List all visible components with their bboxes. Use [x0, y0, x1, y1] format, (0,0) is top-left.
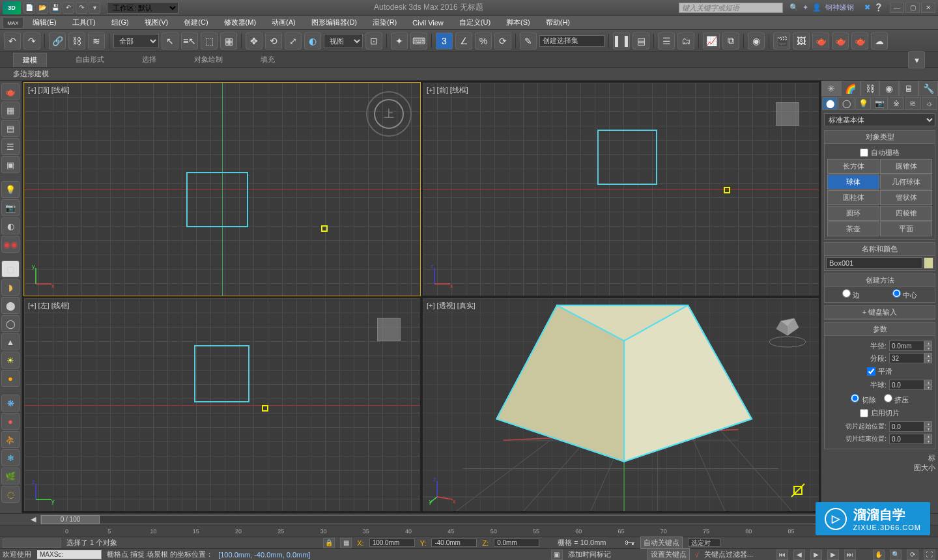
coord-y-input[interactable]: [431, 539, 477, 547]
ribbon-minimize-icon[interactable]: ▾: [908, 51, 925, 68]
sun-icon[interactable]: ☀: [1, 352, 20, 369]
creation-center-radio[interactable]: 中心: [892, 289, 917, 300]
objbtn-pyramid[interactable]: 四棱锥: [880, 206, 932, 221]
objbtn-cylinder[interactable]: 圆柱体: [827, 190, 879, 205]
radius-dn-icon[interactable]: ▾: [924, 346, 932, 351]
objbtn-geosphere[interactable]: 几何球体: [880, 175, 932, 189]
geom-subtab-icon[interactable]: ⬤: [822, 97, 838, 110]
layer-manager-icon[interactable]: ☰: [658, 33, 675, 49]
render-production-icon[interactable]: 🫖: [812, 33, 829, 49]
objbtn-cone[interactable]: 圆锥体: [880, 159, 932, 174]
schematic-view-icon[interactable]: ⧉: [722, 33, 739, 49]
search-go-icon[interactable]: 🔍: [789, 3, 799, 12]
menu-edit[interactable]: 编辑(E): [26, 16, 63, 29]
vp-top-label[interactable]: [+] [顶] [线框]: [28, 85, 70, 95]
keyfilter-button[interactable]: 关键点过滤器...: [704, 550, 753, 559]
open-file-icon[interactable]: 📂: [36, 2, 48, 14]
hemisphere-spinner[interactable]: [889, 380, 924, 390]
category-select[interactable]: 标准基本体: [824, 113, 935, 126]
spinner-snap-icon[interactable]: ⟳: [494, 33, 511, 49]
viewcube-front[interactable]: [761, 88, 814, 140]
rollout-header-keyboard[interactable]: + 键盘输入: [825, 306, 935, 319]
menu-animation[interactable]: 动画(A): [265, 16, 302, 29]
rollout-header-creation[interactable]: 创建方法: [825, 274, 935, 287]
sphere-primitive-icon[interactable]: ⬤: [1, 297, 20, 314]
shapes-subtab-icon[interactable]: ◯: [838, 97, 854, 110]
rollout-header-objtype[interactable]: 对象类型: [825, 131, 935, 144]
viewcube-top[interactable]: 上: [363, 88, 415, 140]
menu-views[interactable]: 视图(V): [138, 16, 175, 29]
menu-rendering[interactable]: 渲染(R): [366, 16, 403, 29]
viewport-perspective[interactable]: [+] [透视] [真实] zxy: [422, 298, 819, 512]
time-slider[interactable]: ◀ 0 / 100 ▶: [0, 513, 938, 525]
coord-z-input[interactable]: [494, 539, 539, 547]
selection-filter-select[interactable]: 全部: [113, 34, 159, 48]
undo-icon[interactable]: ↶: [63, 2, 74, 14]
playback-start-icon[interactable]: ⏮: [776, 550, 788, 560]
radius-spinner[interactable]: [889, 341, 924, 351]
time-slider-track[interactable]: 0 / 100: [40, 515, 898, 524]
biped-icon[interactable]: ⛹: [1, 431, 20, 448]
modify-tab-icon[interactable]: 🌈: [841, 81, 860, 96]
slice-from-spinner[interactable]: [889, 421, 924, 432]
percent-snap-icon[interactable]: %: [475, 33, 492, 49]
snow-icon[interactable]: ❄: [1, 449, 20, 466]
slice-on-checkbox[interactable]: [860, 409, 868, 417]
particle-icon[interactable]: ❋: [1, 395, 20, 412]
minimize-button[interactable]: ―: [890, 3, 904, 13]
tool-icon-6[interactable]: ◐: [1, 217, 20, 234]
slice-to-spinner[interactable]: [889, 434, 924, 444]
app-menu-button[interactable]: MAX: [3, 17, 23, 29]
render-iterative-icon[interactable]: 🫖: [832, 33, 849, 49]
chop-radio[interactable]: 切除: [851, 394, 875, 405]
objbtn-tube[interactable]: 管状体: [880, 190, 932, 205]
ribbon-tab-modeling[interactable]: 建模: [13, 53, 47, 67]
prev-frame-icon[interactable]: ◀: [26, 515, 40, 524]
ribbon-tab-populate[interactable]: 填充: [251, 53, 284, 66]
nav-max-icon[interactable]: ⛶: [924, 550, 935, 560]
menu-maxscript[interactable]: 脚本(S): [500, 16, 537, 29]
teapot-shortcut-icon[interactable]: 🫖: [1, 83, 20, 100]
menu-group[interactable]: 组(G): [105, 16, 135, 29]
objbtn-teapot[interactable]: 茶壶: [827, 221, 879, 236]
nav-orbit-icon[interactable]: ⟳: [907, 550, 918, 560]
keyboard-shortcut-icon[interactable]: ⌨: [410, 33, 427, 49]
utilities-tab-icon[interactable]: 🔧: [918, 81, 938, 96]
vp-persp-label[interactable]: [+] [透视] [真实]: [427, 301, 476, 311]
manipulate-icon[interactable]: ✦: [391, 33, 408, 49]
help-icon[interactable]: ❔: [874, 3, 883, 12]
pivot-center-icon[interactable]: ⊡: [365, 33, 382, 49]
seg-dn-icon[interactable]: ▾: [924, 358, 932, 363]
object-color-swatch[interactable]: [924, 257, 933, 269]
named-sel-sets-input[interactable]: [539, 35, 604, 47]
maxscript-listener[interactable]: [36, 550, 102, 559]
rotate-icon[interactable]: ⟲: [265, 33, 282, 49]
sphere-orange-icon[interactable]: ●: [1, 370, 20, 387]
playback-prev-icon[interactable]: ◀: [793, 550, 805, 560]
menu-tools[interactable]: 工具(T): [66, 16, 102, 29]
seg-up-icon[interactable]: ▴: [924, 353, 932, 358]
maximize-button[interactable]: ▢: [905, 3, 920, 13]
mirror-icon[interactable]: ▌▐: [613, 33, 630, 49]
radius-up-icon[interactable]: ▴: [924, 341, 932, 346]
add-time-marker[interactable]: 添加时间标记: [568, 550, 611, 559]
rendered-frame-icon[interactable]: 🖼: [793, 33, 810, 49]
key-target-input[interactable]: [688, 539, 720, 547]
key-icon[interactable]: 🗝: [625, 537, 635, 549]
hierarchy-tab-icon[interactable]: ⛓: [860, 81, 880, 96]
render-activeshade-icon[interactable]: 🫖: [851, 33, 868, 49]
vp-front-label[interactable]: [+] [前] [线框]: [427, 85, 468, 95]
link-icon[interactable]: 🔗: [49, 33, 66, 49]
tool-icon-3[interactable]: ☰: [1, 138, 20, 155]
time-slider-thumb[interactable]: 0 / 100: [41, 515, 100, 524]
ribbon-tab-objectpaint[interactable]: 对象绘制: [185, 53, 232, 66]
tool-icon-1[interactable]: ▦: [1, 102, 20, 119]
display-tab-icon[interactable]: 🖥: [899, 81, 918, 96]
viewcube-persp[interactable]: [761, 303, 814, 356]
menu-customize[interactable]: 自定义(U): [453, 16, 497, 29]
camera-tool-icon[interactable]: 📷: [1, 199, 20, 216]
angle-snap-icon[interactable]: ∠: [455, 33, 472, 49]
segments-spinner[interactable]: [889, 353, 924, 363]
playback-next-icon[interactable]: ▶: [827, 550, 839, 560]
objbtn-torus[interactable]: 圆环: [827, 206, 879, 221]
